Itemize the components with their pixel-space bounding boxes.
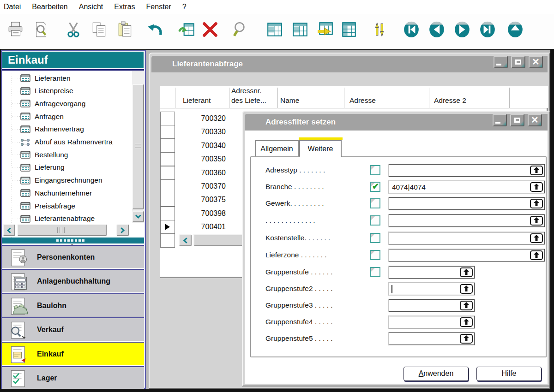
row-selector[interactable] [160,207,175,220]
lookup-button[interactable] [530,216,543,226]
minimize-button[interactable] [494,56,508,68]
table-row-lieferant-value[interactable]: 700401 [175,220,227,234]
print-preview-toolbar-button[interactable] [32,20,51,42]
lookup-button[interactable] [460,301,473,310]
nav-first-toolbar-button[interactable] [403,20,421,42]
maximize-button[interactable] [511,56,525,68]
sidebar-item-preisabfrage[interactable]: Preisabfrage [6,200,130,212]
minimize-button[interactable] [493,114,507,126]
tree-hscroll-right-button[interactable] [116,224,129,236]
field-checkbox[interactable] [370,267,380,277]
module-button-einkauf[interactable]: Einkauf [2,342,144,365]
table-grid-toolbar-button[interactable] [340,20,359,42]
column-separator[interactable] [344,88,344,108]
menu-item-[interactable]: ? [182,3,187,11]
menu-item-bearbeiten[interactable]: Bearbeiten [32,3,67,11]
module-button-verkauf[interactable]: Verkauf [2,317,144,341]
row-selector[interactable] [160,152,175,166]
field-input[interactable] [389,266,475,279]
lookup-button[interactable] [530,233,543,243]
table-transfer-toolbar-button[interactable] [317,20,335,42]
close-button[interactable]: ✕ [528,114,542,126]
sidebar-item-eingangsrechnungen[interactable]: Eingangsrechnungen [6,174,130,187]
row-selector[interactable] [160,112,175,125]
nav-last-toolbar-button[interactable] [479,20,497,42]
lookup-button[interactable] [530,166,543,175]
delete-toolbar-button[interactable] [201,20,220,42]
tree-scrollbar-thumb[interactable] [132,84,144,209]
anwenden-button[interactable]: Anwenden [403,367,469,381]
lookup-button[interactable] [460,284,473,294]
lookup-button[interactable] [530,199,543,208]
table-hscroll-thumb[interactable] [193,234,244,246]
tab-allgemein[interactable]: Allgemein [255,140,299,156]
table-row-lieferant-value[interactable]: 700320 [175,112,227,125]
field-input[interactable] [389,197,545,210]
tree-scroll-down-button[interactable] [132,211,144,222]
lookup-button[interactable] [460,267,473,277]
field-input[interactable] [389,232,545,244]
field-input[interactable] [389,316,475,328]
hilfe-button[interactable]: Hilfe [476,367,542,381]
field-checkbox[interactable]: ✔ [370,182,380,192]
column-header-adressnr[interactable]: Adressnr. des Liefe... [231,86,266,106]
lookup-button[interactable] [530,250,543,260]
column-header-lieferant[interactable]: Lieferant [183,96,211,106]
export-table-toolbar-button[interactable] [178,20,197,42]
column-separator[interactable] [175,88,175,108]
sidebar-item-anfragen[interactable]: Anfragen [6,110,130,123]
column-header-adresse[interactable]: Adresse [349,96,376,106]
row-selector[interactable] [160,125,175,139]
table-row-lieferant-value[interactable]: 700330 [175,125,227,139]
tree-hscroll-left-button[interactable] [3,224,15,236]
table-row-lieferant-value[interactable]: 700398 [175,207,227,220]
sidebar-item-lieferanten[interactable]: Lieferanten [6,72,130,84]
paste-toolbar-button[interactable] [116,20,135,42]
table-columns-toolbar-button[interactable] [291,20,310,42]
table-row-lieferant-value[interactable]: 700370 [175,179,227,193]
table-hscroll-left-button[interactable] [179,234,192,246]
sort-toolbar-button[interactable] [371,20,389,42]
table-row-lieferant-value[interactable]: 700340 [175,139,227,153]
field-input[interactable] [389,214,545,227]
column-separator[interactable] [229,88,229,108]
sidebar-item-lieferung[interactable]: Lieferung [6,161,130,174]
tab-weitere[interactable]: Weitere [299,140,342,157]
table-view-toolbar-button[interactable] [266,20,284,42]
field-input[interactable] [389,299,475,312]
menu-item-datei[interactable]: Datei [4,3,21,11]
undo-toolbar-button[interactable] [147,20,165,42]
sidebar-item-bestellung[interactable]: Bestellung [6,148,130,161]
module-button-personenkonten[interactable]: Personenkonten [2,245,144,268]
module-button-baulohn[interactable]: Baulohn [2,293,144,317]
field-checkbox[interactable] [370,198,380,208]
cut-toolbar-button[interactable] [65,20,83,42]
table-row-lieferant-value[interactable]: 700360 [175,166,227,180]
column-separator[interactable] [429,88,429,108]
table-row-lieferant-value[interactable]: 700350 [175,152,227,166]
row-selector[interactable] [160,139,175,153]
sidebar-splitter[interactable] [2,238,144,244]
field-input[interactable] [389,249,545,261]
row-selector[interactable] [160,179,175,193]
eject-toolbar-button[interactable] [506,20,525,42]
supplier-window-titlebar[interactable]: Lieferantenabfrage [151,56,548,72]
copy-toolbar-button[interactable] [90,20,109,42]
close-button[interactable]: ✕ [529,56,543,68]
sidebar-item-lieferantenabfrage[interactable]: Lieferantenabfrage [6,213,130,225]
sidebar-item-listenpreise[interactable]: Listenpreise [6,85,130,97]
row-selector[interactable] [160,220,175,234]
sidebar-item-anfragevorgang[interactable]: Anfragevorgang [6,97,130,110]
row-selector[interactable] [160,193,175,207]
lookup-button[interactable] [460,334,473,344]
sidebar-item-abruf-aus-rahmenvertra[interactable]: Abruf aus Rahmenvertra [6,136,130,148]
column-separator[interactable] [509,88,510,108]
lookup-button[interactable] [460,317,473,327]
row-selector[interactable] [160,166,175,180]
field-checkbox[interactable] [370,165,380,175]
print-toolbar-button[interactable] [7,20,25,42]
module-button-anlagenbuchhaltung[interactable]: Anlagenbuchhaltung [2,269,144,292]
sidebar-item-rahmenvertrag[interactable]: Rahmenvertrag [6,123,130,136]
table-row-lieferant-value[interactable]: 700375 [175,193,227,207]
lookup-button[interactable] [530,182,543,192]
